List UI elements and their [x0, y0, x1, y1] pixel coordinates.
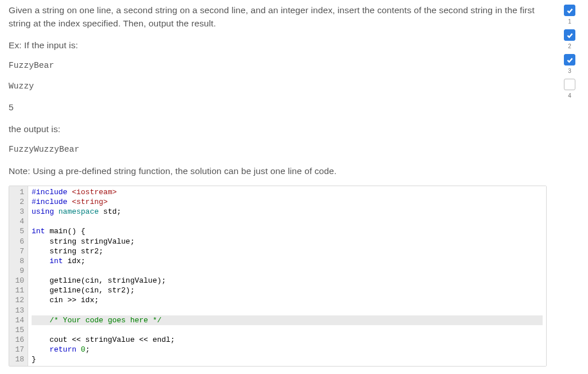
code-line[interactable]: int main() { — [32, 226, 543, 236]
example-input-2: Wuzzy — [9, 80, 547, 93]
code-line[interactable]: #include <iostream> — [32, 187, 543, 197]
code-line[interactable]: string str2; — [32, 246, 543, 256]
line-number: 16 — [15, 335, 24, 345]
line-number: 3 — [15, 207, 24, 217]
check-icon — [566, 56, 574, 64]
progress-checkbox-item: 2 — [564, 29, 575, 51]
check-icon — [566, 7, 574, 14]
progress-sidebar: 1234 — [558, 3, 581, 367]
description-paragraph: Given a string on one line, a second str… — [9, 3, 547, 30]
code-line[interactable] — [32, 217, 543, 226]
line-number: 8 — [15, 256, 24, 266]
line-number: 7 — [15, 246, 24, 256]
progress-checkbox-label: 4 — [568, 91, 571, 100]
line-number-gutter: 123456789101112131415161718 — [9, 186, 28, 366]
line-number: 17 — [15, 345, 24, 354]
example-input-1: FuzzyBear — [9, 60, 547, 72]
example-label: Ex: If the input is: — [9, 38, 547, 52]
code-line[interactable]: string stringValue; — [32, 237, 543, 246]
line-number: 18 — [15, 354, 24, 364]
line-number: 12 — [15, 295, 24, 305]
line-number: 13 — [15, 306, 24, 315]
code-line[interactable]: cin >> idx; — [32, 295, 543, 305]
code-line[interactable]: cout << stringValue << endl; — [32, 335, 543, 345]
code-line[interactable]: getline(cin, stringValue); — [32, 276, 543, 286]
line-number: 11 — [15, 286, 24, 295]
line-number: 10 — [15, 276, 24, 286]
progress-checkbox[interactable] — [564, 79, 575, 90]
progress-checkbox[interactable] — [564, 54, 575, 65]
check-icon — [566, 32, 574, 39]
line-number: 4 — [15, 217, 24, 226]
line-number: 5 — [15, 226, 24, 236]
progress-checkbox-item: 1 — [564, 5, 575, 26]
line-number: 15 — [15, 325, 24, 335]
code-line[interactable]: /* Your code goes here */ — [32, 315, 543, 325]
line-number: 1 — [15, 187, 24, 197]
progress-checkbox[interactable] — [564, 5, 575, 16]
code-line[interactable]: return 0; — [32, 345, 543, 354]
progress-checkbox-label: 1 — [568, 17, 571, 26]
problem-content: Given a string on one line, a second str… — [9, 3, 558, 367]
code-editor[interactable]: 123456789101112131415161718 #include <io… — [9, 186, 547, 367]
code-line[interactable]: #include <string> — [32, 197, 543, 207]
code-line[interactable] — [32, 306, 543, 315]
line-number: 14 — [15, 315, 24, 325]
progress-checkbox-item: 4 — [564, 79, 575, 100]
progress-checkbox-label: 3 — [568, 67, 571, 75]
progress-checkbox[interactable] — [564, 29, 575, 41]
code-line[interactable] — [32, 266, 543, 276]
description-note: Note: Using a pre-defined string functio… — [9, 164, 547, 178]
problem-description: Given a string on one line, a second str… — [9, 3, 547, 178]
example-output-1: FuzzyWuzzyBear — [9, 144, 547, 156]
progress-checkbox-label: 2 — [568, 42, 571, 51]
code-lines-area[interactable]: #include <iostream>#include <string>usin… — [28, 186, 546, 366]
code-line[interactable]: getline(cin, str2); — [32, 286, 543, 295]
code-line[interactable] — [32, 325, 543, 335]
line-number: 2 — [15, 197, 24, 207]
code-line[interactable]: using namespace std; — [32, 207, 543, 217]
code-line[interactable]: int idx; — [32, 256, 543, 266]
line-number: 6 — [15, 237, 24, 246]
code-line[interactable]: } — [32, 354, 543, 364]
example-input-3: 5 — [9, 101, 547, 114]
output-label: the output is: — [9, 122, 547, 136]
line-number: 9 — [15, 266, 24, 276]
progress-checkbox-item: 3 — [564, 54, 575, 75]
